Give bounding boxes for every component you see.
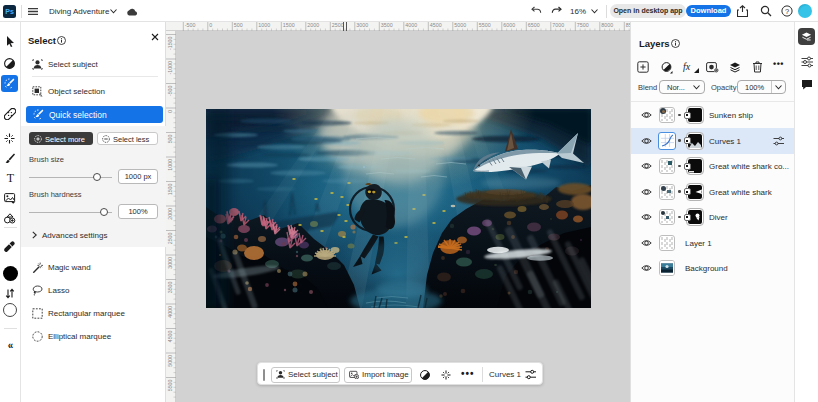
svg-text:5500: 5500 (167, 379, 173, 391)
svg-text:1000: 1000 (258, 22, 270, 28)
svg-text:4000: 4000 (405, 22, 417, 28)
svg-text:7000: 7000 (552, 22, 564, 28)
svg-text:4500: 4500 (167, 330, 173, 342)
svg-text:-1000: -1000 (167, 61, 173, 75)
svg-text:6000: 6000 (503, 22, 515, 28)
svg-text:3500: 3500 (381, 22, 393, 28)
svg-text:7500: 7500 (577, 22, 589, 28)
svg-text:0: 0 (167, 110, 173, 113)
svg-text:2500: 2500 (332, 22, 344, 28)
svg-text:8000: 8000 (601, 22, 613, 28)
svg-text:2000: 2000 (167, 208, 173, 220)
svg-text:1500: 1500 (283, 22, 295, 28)
svg-text:5000: 5000 (167, 355, 173, 367)
svg-text:2500: 2500 (167, 232, 173, 244)
svg-text:?: ? (785, 7, 789, 16)
svg-text:500: 500 (167, 134, 173, 143)
svg-text:3000: 3000 (356, 22, 368, 28)
svg-text:-500: -500 (167, 85, 173, 96)
svg-text:5500: 5500 (479, 22, 491, 28)
svg-text:1000: 1000 (167, 159, 173, 171)
svg-text:2000: 2000 (307, 22, 319, 28)
svg-text:-500: -500 (185, 22, 196, 28)
svg-text:5000: 5000 (454, 22, 466, 28)
svg-text:4000: 4000 (167, 306, 173, 318)
svg-text:4500: 4500 (430, 22, 442, 28)
svg-text:-1500: -1500 (167, 36, 173, 50)
svg-text:0: 0 (209, 22, 212, 28)
svg-text:3000: 3000 (167, 257, 173, 269)
svg-text:6500: 6500 (528, 22, 540, 28)
svg-text:3500: 3500 (167, 281, 173, 293)
svg-text:500: 500 (234, 22, 243, 28)
svg-text:1500: 1500 (167, 183, 173, 195)
